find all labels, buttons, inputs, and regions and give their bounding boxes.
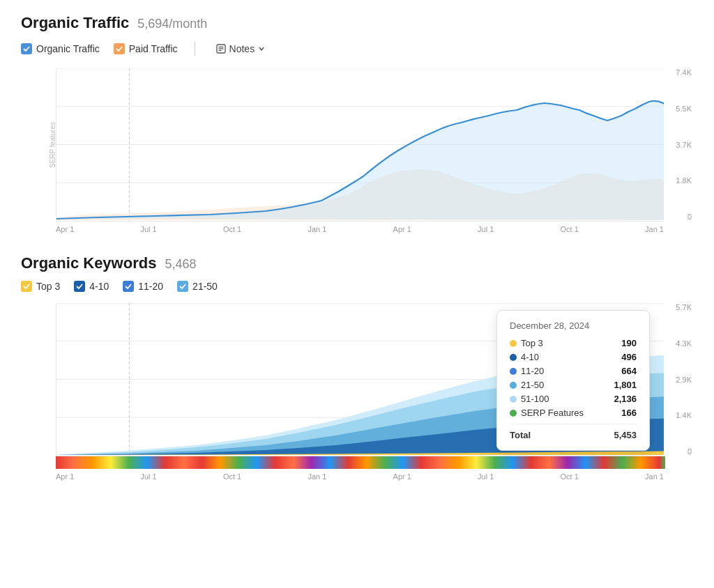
kw-x-label-2: Oct 1 xyxy=(223,472,241,481)
tooltip-4-10-dot xyxy=(510,354,517,361)
tooltip-serp-dot xyxy=(510,410,517,417)
tooltip-4-10-label: 4-10 xyxy=(521,352,539,362)
legend-paid[interactable]: Paid Traffic xyxy=(114,43,178,54)
x-label-3: Jan 1 xyxy=(307,225,326,233)
tooltip-top3-label: Top 3 xyxy=(521,338,543,348)
keywords-legend: Top 3 4-10 11-20 21-50 xyxy=(21,281,693,292)
top3-checkbox xyxy=(21,281,32,292)
tooltip-row-top3: Top 3 190 xyxy=(510,338,637,348)
tooltip-serp-label: SERP Features xyxy=(521,408,584,418)
notes-button[interactable]: Notes xyxy=(212,40,270,57)
tooltip-21-50-label-group: 21-50 xyxy=(510,380,544,390)
chevron-down-icon xyxy=(258,45,265,52)
legend-11-20[interactable]: 11-20 xyxy=(123,281,163,292)
tooltip-top3-label-group: Top 3 xyxy=(510,338,543,348)
traffic-grid xyxy=(56,68,664,221)
11-20-checkbox xyxy=(123,281,134,292)
tooltip-21-50-label: 21-50 xyxy=(521,380,544,390)
legend-21-50[interactable]: 21-50 xyxy=(177,281,218,292)
x-label-2: Oct 1 xyxy=(223,225,241,233)
keywords-chart-wrapper: December 28, 2024 Top 3 190 4-10 496 xyxy=(28,303,693,481)
serp-features-label: SERP features xyxy=(49,122,56,168)
x-label-7: Jan 1 xyxy=(645,225,664,233)
kw-x-label-1: Jul 1 xyxy=(141,472,157,481)
tooltip-4-10-label-group: 4-10 xyxy=(510,352,539,362)
tooltip-total: Total 5,453 xyxy=(510,424,637,440)
traffic-value: 5,694/month xyxy=(137,17,207,31)
traffic-header: Organic Traffic 5,694/month xyxy=(21,14,693,32)
organic-label: Organic Traffic xyxy=(36,43,100,54)
x-label-1: Jul 1 xyxy=(141,225,157,233)
traffic-y-labels: 7.4K 5.5K 3.7K 1.8K 0 xyxy=(667,68,693,221)
tooltip-row-51-100: 51-100 2,136 xyxy=(510,394,637,404)
tooltip-total-label: Total xyxy=(510,430,531,440)
keywords-value: 5,468 xyxy=(165,257,196,272)
kw-y-label-4: 0 xyxy=(668,447,692,456)
kw-y-label-3: 1.4K xyxy=(668,411,692,419)
tooltip-51-100-label: 51-100 xyxy=(521,394,549,404)
tooltip-row-4-10: 4-10 496 xyxy=(510,352,637,362)
legend-divider xyxy=(195,42,195,56)
organic-area xyxy=(56,101,664,220)
keywords-header: Organic Keywords 5,468 xyxy=(21,254,693,272)
kw-y-label-1: 4.3K xyxy=(668,339,692,348)
paid-label: Paid Traffic xyxy=(129,43,178,54)
paid-checkbox xyxy=(114,43,125,54)
tooltip-top3-value: 190 xyxy=(621,338,637,348)
x-label-5: Jul 1 xyxy=(478,225,494,233)
tooltip-date: December 28, 2024 xyxy=(510,320,637,331)
y-label-4: 0 xyxy=(668,212,692,221)
legend-organic[interactable]: Organic Traffic xyxy=(21,43,100,54)
kw-x-label-0: Apr 1 xyxy=(56,472,74,481)
serp-events-bar xyxy=(56,456,665,469)
keywords-title: Organic Keywords xyxy=(21,254,156,272)
tooltip-total-value: 5,453 xyxy=(614,430,637,440)
4-10-checkbox xyxy=(74,281,85,292)
traffic-x-labels: Apr 1 Jul 1 Oct 1 Jan 1 Apr 1 Jul 1 Oct … xyxy=(28,222,693,233)
tooltip-51-100-dot xyxy=(510,396,517,403)
y-label-3: 1.8K xyxy=(668,176,692,185)
tooltip-11-20-value: 664 xyxy=(621,366,637,376)
11-20-label: 11-20 xyxy=(138,281,163,292)
traffic-title: Organic Traffic xyxy=(21,14,129,32)
organic-traffic-section: Organic Traffic 5,694/month Organic Traf… xyxy=(21,14,693,233)
y-label-0: 7.4K xyxy=(668,68,692,77)
kw-x-label-5: Jul 1 xyxy=(478,472,494,481)
21-50-checkbox xyxy=(177,281,188,292)
kw-x-label-3: Jan 1 xyxy=(307,472,326,481)
tooltip-4-10-value: 496 xyxy=(621,352,637,362)
traffic-chart-wrapper: 7.4K 5.5K 3.7K 1.8K 0 SERP features Apr … xyxy=(28,68,693,233)
tooltip-serp-value: 166 xyxy=(621,408,637,418)
tooltip-21-50-dot xyxy=(510,382,517,389)
tooltip-row-11-20: 11-20 664 xyxy=(510,366,637,376)
organic-keywords-section: Organic Keywords 5,468 Top 3 4-10 11-20 xyxy=(21,254,693,481)
tooltip-21-50-value: 1,801 xyxy=(614,380,637,390)
21-50-label: 21-50 xyxy=(192,281,218,292)
x-label-4: Apr 1 xyxy=(393,225,411,233)
keywords-y-labels: 5.7K 4.3K 2.9K 1.4K 0 xyxy=(667,303,693,456)
kw-y-label-0: 5.7K xyxy=(668,303,692,311)
legend-top3[interactable]: Top 3 xyxy=(21,281,60,292)
y-label-2: 3.7K xyxy=(668,141,692,149)
notes-icon xyxy=(216,44,226,54)
x-label-6: Oct 1 xyxy=(561,225,579,233)
tooltip-51-100-label-group: 51-100 xyxy=(510,394,549,404)
traffic-chart: 7.4K 5.5K 3.7K 1.8K 0 SERP features xyxy=(56,68,664,222)
kw-x-label-7: Jan 1 xyxy=(645,472,664,481)
4-10-label: 4-10 xyxy=(89,281,109,292)
traffic-legend: Organic Traffic Paid Traffic Notes xyxy=(21,40,693,57)
top3-label: Top 3 xyxy=(36,281,60,292)
tooltip-51-100-value: 2,136 xyxy=(614,394,637,404)
tooltip-11-20-label-group: 11-20 xyxy=(510,366,544,376)
tooltip-11-20-label: 11-20 xyxy=(521,366,544,376)
x-label-0: Apr 1 xyxy=(56,225,74,233)
kw-x-label-4: Apr 1 xyxy=(393,472,411,481)
organic-checkbox xyxy=(21,43,32,54)
tooltip-row-serp: SERP Features 166 xyxy=(510,408,637,418)
legend-4-10[interactable]: 4-10 xyxy=(74,281,109,292)
kw-x-label-6: Oct 1 xyxy=(561,472,579,481)
keywords-chart: December 28, 2024 Top 3 190 4-10 496 xyxy=(56,303,664,456)
kw-y-label-2: 2.9K xyxy=(668,376,692,384)
tooltip-top3-dot xyxy=(510,340,517,347)
keywords-x-labels: Apr 1 Jul 1 Oct 1 Jan 1 Apr 1 Jul 1 Oct … xyxy=(28,469,693,481)
